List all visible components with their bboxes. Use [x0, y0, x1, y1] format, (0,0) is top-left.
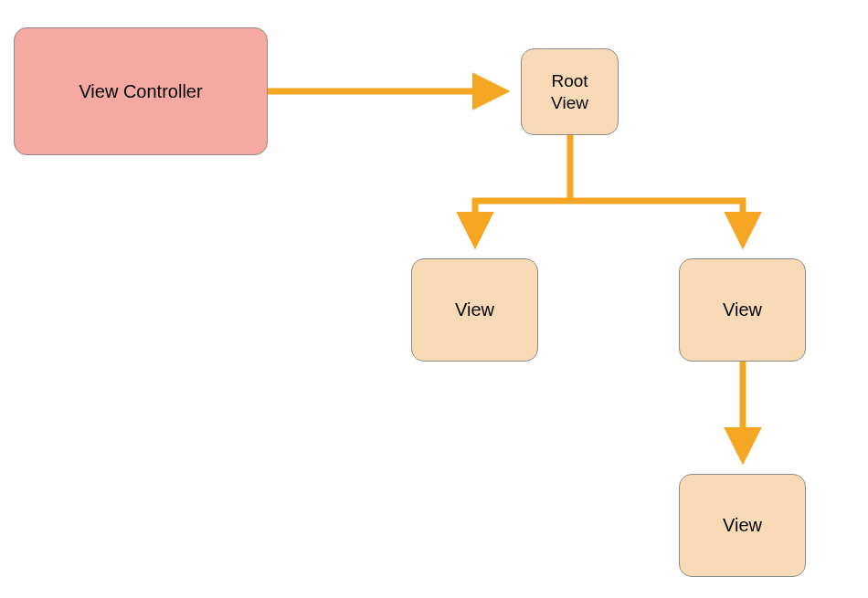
- node-label: View: [455, 299, 494, 320]
- diagram-node-view-controller: View Controller: [14, 27, 268, 155]
- diagram-node-root-view: Root View: [521, 48, 619, 135]
- diagram-node-view-left: View: [411, 258, 538, 362]
- node-label: View: [723, 515, 762, 536]
- node-label: View Controller: [79, 81, 202, 102]
- node-label: View: [723, 299, 762, 320]
- node-label: Root View: [551, 70, 588, 114]
- diagram-node-view-right: View: [679, 258, 806, 362]
- diagram-node-view-grandchild: View: [679, 474, 806, 577]
